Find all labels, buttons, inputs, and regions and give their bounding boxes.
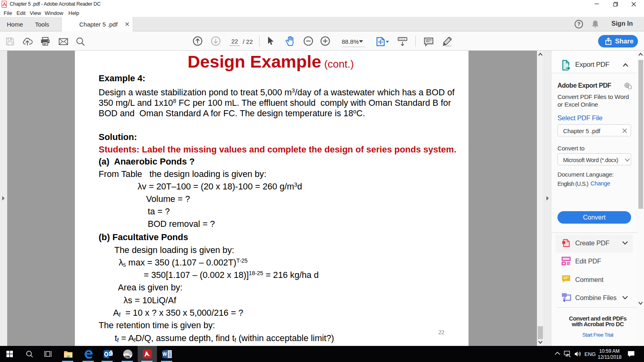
svg-text:?: ? — [577, 21, 580, 27]
svg-text:Pro: Pro — [126, 356, 129, 358]
